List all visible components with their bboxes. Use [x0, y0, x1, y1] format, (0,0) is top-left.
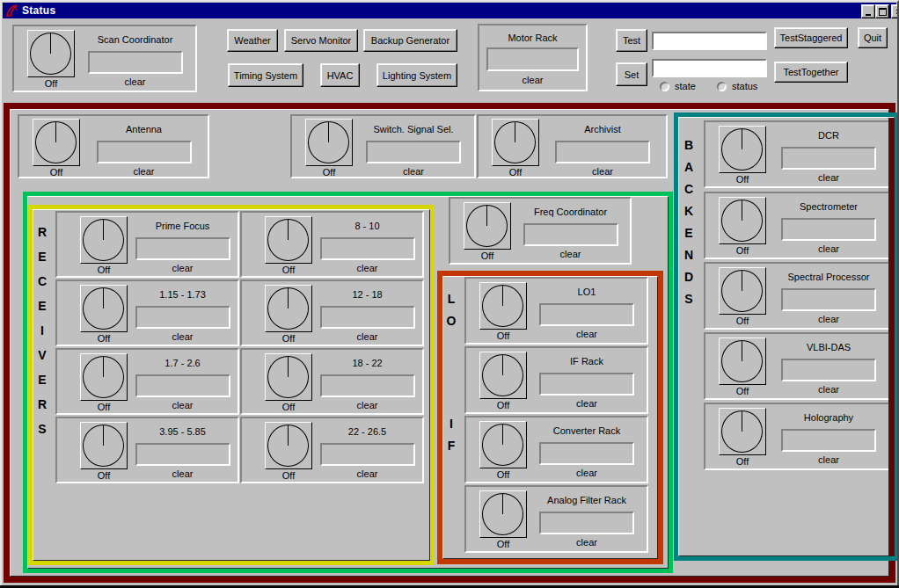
dial-needle [721, 270, 763, 312]
backup-generator-button[interactable]: Backup Generator [363, 29, 457, 52]
radio-status[interactable]: status [717, 81, 757, 91]
panel-freq-coordinator: Off Freq Coordinator clear [449, 197, 632, 265]
device-name: IF Rack [532, 356, 641, 367]
status-display [555, 141, 650, 163]
servo-monitor-button[interactable]: Servo Monitor [284, 29, 358, 52]
power-knob[interactable] [305, 119, 353, 166]
status-text: clear [771, 314, 886, 324]
power-knob[interactable] [80, 353, 128, 401]
dial-needle [482, 285, 523, 327]
panel-motor-rack: Motor Rack clear [478, 24, 588, 91]
status-display [781, 288, 876, 311]
status-text: clear [771, 172, 886, 183]
status-display [486, 47, 579, 71]
power-state-label: Off [719, 386, 766, 396]
status-display [539, 442, 634, 465]
power-state-label: Off [719, 456, 766, 467]
device-name: 1.15 - 1.73 [133, 289, 232, 300]
set-button[interactable]: Set [616, 62, 647, 86]
panel-22-26-5: Off 22 - 26.5 clear [240, 417, 424, 483]
device-name: DCR [771, 130, 886, 141]
radio-state[interactable]: state [660, 81, 696, 91]
power-state-label: Off [719, 316, 766, 326]
power-knob[interactable] [719, 197, 766, 244]
status-text: clear [479, 75, 586, 85]
maximize-button[interactable] [875, 4, 889, 18]
panel-8-10: Off 8 - 10 clear [240, 211, 424, 278]
power-knob[interactable] [719, 338, 766, 385]
status-display [135, 374, 230, 397]
power-knob[interactable] [479, 282, 527, 330]
status-display [781, 359, 876, 381]
power-state-label: Off [464, 250, 511, 261]
power-knob[interactable] [479, 421, 527, 468]
if-section-label: IF [442, 413, 461, 457]
status-text: clear [516, 249, 625, 259]
power-state-label: Off [80, 470, 128, 481]
receivers-section-label: RECEIVERS [33, 220, 52, 441]
panel-analog-filter-rack: Off Analog Filter Rack clear [464, 485, 648, 553]
status-display [88, 51, 183, 74]
power-knob[interactable] [492, 119, 539, 166]
window-titlebar[interactable]: Status × [3, 3, 896, 18]
hvac-button[interactable]: HVAC [320, 63, 360, 87]
power-knob[interactable] [27, 30, 75, 77]
device-name: 1.7 - 2.6 [133, 358, 232, 368]
status-display [539, 303, 634, 326]
minimize-icon [866, 14, 871, 16]
test-button[interactable]: Test [616, 29, 647, 52]
power-knob[interactable] [33, 119, 80, 166]
power-knob[interactable] [265, 285, 312, 332]
panel-antenna: Off Antenna clear [18, 114, 209, 178]
dial-needle [482, 424, 523, 466]
status-text: clear [133, 331, 232, 342]
status-display [781, 429, 876, 452]
power-knob[interactable] [719, 267, 766, 315]
status-text: clear [318, 263, 417, 273]
status-display [523, 223, 618, 246]
power-knob[interactable] [265, 216, 312, 264]
dial-needle [494, 121, 536, 163]
status-display [135, 237, 230, 260]
minimize-button[interactable] [861, 4, 875, 18]
device-name: Scan Coordinator [80, 34, 190, 45]
status-text: clear [545, 166, 661, 177]
status-text: clear [133, 400, 232, 410]
backends-section-label: BACKENDS [679, 134, 698, 310]
timing-system-button[interactable]: Timing System [228, 63, 303, 87]
test-input[interactable] [652, 32, 767, 50]
power-knob[interactable] [464, 202, 511, 250]
power-knob[interactable] [265, 353, 312, 401]
test-together-button[interactable]: TestTogether [774, 62, 848, 83]
close-button[interactable]: × [891, 4, 899, 18]
power-knob[interactable] [80, 422, 128, 469]
power-knob[interactable] [479, 352, 527, 399]
status-text: clear [532, 468, 641, 478]
device-name: Converter Rack [532, 425, 641, 436]
power-state-label: Off [265, 333, 312, 344]
set-input[interactable] [652, 59, 767, 77]
device-name: Antenna [85, 124, 202, 134]
quit-button[interactable]: Quit [858, 27, 888, 48]
status-display [135, 443, 230, 466]
status-text: clear [80, 76, 190, 87]
status-text: clear [318, 468, 417, 479]
power-knob[interactable] [80, 285, 128, 332]
power-knob[interactable] [719, 126, 766, 173]
panel-dcr: Off DCR clear [704, 120, 893, 188]
power-knob[interactable] [479, 490, 527, 538]
power-knob[interactable] [719, 408, 766, 455]
lighting-system-button[interactable]: Lighting System [376, 63, 457, 87]
dial-needle [83, 356, 124, 398]
close-icon: × [895, 7, 899, 16]
power-knob[interactable] [265, 422, 312, 469]
dial-needle [83, 287, 124, 330]
dial-needle [308, 121, 349, 163]
status-text: clear [318, 331, 417, 342]
status-text: clear [771, 243, 886, 254]
power-state-label: Off [305, 167, 353, 178]
status-display [320, 374, 415, 397]
power-knob[interactable] [80, 216, 128, 264]
weather-button[interactable]: Weather [227, 29, 278, 52]
test-staggered-button[interactable]: TestStaggered [774, 27, 848, 48]
